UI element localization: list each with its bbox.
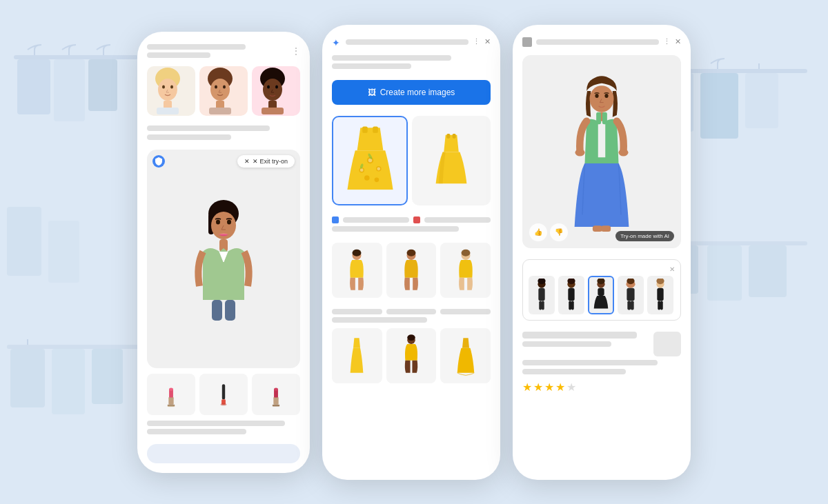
exit-x-icon: ✕ bbox=[244, 158, 250, 165]
p3-model-thumbs bbox=[529, 276, 675, 314]
svg-point-47 bbox=[227, 220, 231, 225]
svg-point-46 bbox=[216, 220, 220, 225]
model-thumb-figure-2 bbox=[562, 279, 581, 312]
p2-more-icon[interactable]: ⋮ bbox=[473, 37, 480, 46]
phone-1: ⋮ bbox=[137, 32, 310, 473]
create-more-images-button[interactable]: 🖼 Create more images bbox=[332, 80, 491, 105]
dress-cell-bottom-1[interactable] bbox=[332, 328, 382, 383]
svg-rect-56 bbox=[222, 384, 225, 399]
svg-rect-62 bbox=[273, 404, 279, 406]
model-figure-2 bbox=[399, 247, 424, 294]
svg-point-92 bbox=[619, 149, 629, 157]
svg-rect-102 bbox=[569, 301, 571, 310]
model-thumb-3-selected[interactable] bbox=[588, 276, 614, 314]
p3-model-display: 👍 👎 Try-on made with AI bbox=[522, 55, 681, 248]
svg-rect-97 bbox=[539, 301, 542, 310]
svg-point-39 bbox=[267, 85, 270, 88]
svg-rect-76 bbox=[453, 134, 456, 139]
svg-rect-106 bbox=[598, 288, 604, 295]
p3-title-bar bbox=[522, 332, 637, 339]
p1-more-icon[interactable]: ⋮ bbox=[292, 46, 300, 56]
svg-point-80 bbox=[407, 249, 416, 256]
makeup-item-1[interactable] bbox=[147, 374, 195, 415]
svg-point-68 bbox=[359, 168, 363, 172]
dress-cell-bottom-2[interactable] bbox=[386, 328, 437, 383]
svg-point-28 bbox=[170, 85, 173, 88]
makeup-item-2[interactable] bbox=[199, 374, 248, 415]
p2-top-icons: ⋮ ✕ bbox=[473, 37, 491, 46]
model-thumb-figure-3 bbox=[591, 279, 611, 312]
p1-bar-2 bbox=[147, 52, 210, 58]
p2-subbars bbox=[332, 55, 491, 69]
phone-3: ⋮ ✕ bbox=[513, 25, 691, 480]
model-cell-2[interactable] bbox=[386, 243, 437, 298]
svg-rect-36 bbox=[209, 108, 231, 114]
dress-cell-plain[interactable] bbox=[412, 116, 491, 205]
p2-bottom-bar-4 bbox=[332, 317, 427, 323]
svg-rect-42 bbox=[262, 108, 284, 114]
svg-point-40 bbox=[275, 85, 278, 88]
p2-bottom-bar-1 bbox=[332, 309, 382, 314]
avatar-card-2[interactable] bbox=[199, 66, 248, 116]
svg-point-55 bbox=[167, 405, 175, 407]
sparkle-icon: ✦ bbox=[332, 37, 342, 47]
model-thumb-2[interactable] bbox=[558, 276, 584, 314]
thumbs-down-button[interactable]: 👎 bbox=[550, 223, 568, 241]
dress-cell-bottom-3[interactable] bbox=[440, 328, 491, 383]
exit-try-on-label: ✕ Exit try-on bbox=[253, 158, 288, 165]
makeup-row bbox=[147, 374, 300, 415]
avatar-card-3[interactable] bbox=[252, 66, 300, 116]
create-more-label: Create more images bbox=[380, 88, 455, 97]
svg-point-86 bbox=[595, 94, 598, 98]
stars-rating: ★ ★ ★ ★ ★ bbox=[522, 381, 681, 394]
p3-close-icon[interactable]: ✕ bbox=[675, 37, 681, 46]
p1-cta-button[interactable] bbox=[147, 444, 300, 463]
p2-bottom-row-2 bbox=[332, 317, 491, 323]
p1-header: ⋮ bbox=[147, 44, 300, 58]
model-thumb-1[interactable] bbox=[529, 276, 555, 314]
avatar-blonde-face bbox=[147, 66, 188, 114]
shield-icon bbox=[155, 157, 162, 165]
svg-rect-51 bbox=[168, 396, 173, 404]
dress-cell-selected[interactable] bbox=[332, 116, 408, 205]
yellow-simple-dress bbox=[431, 130, 471, 192]
star-4: ★ bbox=[555, 381, 565, 394]
thumbs-down-icon: 👎 bbox=[555, 228, 563, 236]
svg-point-78 bbox=[353, 249, 362, 256]
p3-model-selector: ✕ bbox=[522, 259, 681, 321]
avatar-dark-face bbox=[252, 66, 293, 114]
model-thumb-4[interactable] bbox=[618, 276, 644, 314]
p2-text-rows bbox=[332, 216, 491, 232]
p3-close-row: ✕ bbox=[529, 265, 675, 273]
p2-sub-bar-2 bbox=[332, 63, 411, 69]
try-on-badge-label: Try-on made with AI bbox=[620, 233, 669, 239]
makeup-item-3[interactable] bbox=[252, 374, 300, 415]
exit-try-on-button[interactable]: ✕ ✕ Exit try-on bbox=[237, 155, 295, 168]
svg-point-34 bbox=[223, 85, 226, 88]
svg-point-72 bbox=[374, 178, 379, 183]
model-cell-3[interactable] bbox=[440, 243, 491, 298]
shield-badge bbox=[152, 155, 165, 168]
model-cell-1[interactable] bbox=[332, 243, 382, 298]
svg-rect-63 bbox=[362, 126, 368, 132]
svg-rect-64 bbox=[373, 126, 378, 132]
yellow-dress-bottom-1 bbox=[344, 333, 369, 378]
star-3: ★ bbox=[544, 381, 554, 394]
p2-search-bar[interactable] bbox=[346, 39, 469, 45]
p3-more-icon[interactable]: ⋮ bbox=[663, 37, 671, 46]
phones-container: ⋮ bbox=[0, 0, 828, 504]
image-create-icon: 🖼 bbox=[368, 88, 376, 97]
p2-close-icon[interactable]: ✕ bbox=[484, 37, 491, 46]
model-thumb-5[interactable] bbox=[647, 276, 673, 314]
avatar-card-1[interactable] bbox=[147, 66, 195, 116]
p3-search-bar[interactable] bbox=[536, 39, 659, 45]
phone-2-content: ✦ ⋮ ✕ 🖼 Create more images bbox=[322, 25, 500, 480]
p2-bottom-row-1 bbox=[332, 309, 491, 314]
p1-bottom-bar-1 bbox=[147, 421, 285, 426]
human-figure-1 bbox=[189, 196, 258, 321]
avatar-brunette-face bbox=[199, 66, 241, 114]
p3-panel-close-icon[interactable]: ✕ bbox=[669, 265, 675, 273]
p2-text-1 bbox=[343, 217, 409, 223]
thumbs-up-button[interactable]: 👍 bbox=[529, 223, 547, 241]
try-on-ai-badge: Try-on made with AI bbox=[615, 231, 674, 241]
